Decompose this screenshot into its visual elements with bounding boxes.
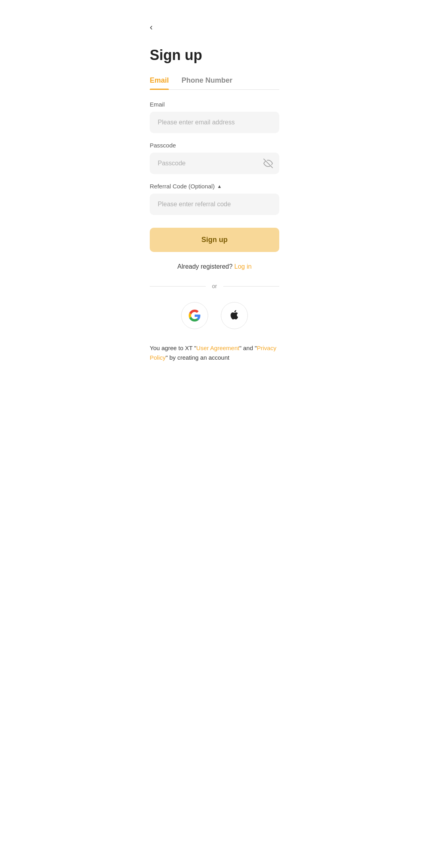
already-registered-text: Already registered? (178, 263, 233, 270)
email-form-group: Email (150, 101, 279, 133)
social-buttons-row (150, 302, 279, 329)
user-agreement-link[interactable]: User Agreement (196, 345, 239, 351)
apple-signin-button[interactable] (221, 302, 248, 329)
already-registered-row: Already registered? Log in (150, 263, 279, 270)
terms-suffix: " by creating an account (166, 354, 229, 361)
tab-phone[interactable]: Phone Number (182, 76, 232, 89)
back-arrow-icon: ‹ (150, 22, 153, 33)
referral-label-row: Referral Code (Optional) ▲ (150, 183, 279, 190)
referral-input[interactable] (150, 194, 279, 215)
referral-form-group: Referral Code (Optional) ▲ (150, 183, 279, 215)
referral-label: Referral Code (Optional) (150, 183, 214, 190)
chevron-up-icon: ▲ (217, 184, 222, 189)
google-signin-button[interactable] (181, 302, 208, 329)
terms-prefix: You agree to XT " (150, 345, 196, 351)
passcode-label: Passcode (150, 142, 279, 149)
apple-icon (229, 309, 240, 322)
divider-line-right (223, 286, 279, 287)
passcode-input-wrapper (150, 153, 279, 174)
passcode-input[interactable] (150, 153, 279, 174)
terms-middle: " and " (239, 345, 257, 351)
email-label: Email (150, 101, 279, 108)
sign-up-button[interactable]: Sign up (150, 228, 279, 252)
login-link[interactable]: Log in (234, 263, 252, 270)
eye-toggle-icon[interactable] (263, 159, 273, 168)
email-input[interactable] (150, 112, 279, 133)
passcode-form-group: Passcode (150, 142, 279, 174)
back-button[interactable]: ‹ (150, 0, 153, 36)
page-title: Sign up (150, 47, 279, 64)
divider-line-left (150, 286, 206, 287)
terms-text: You agree to XT "User Agreement" and "Pr… (150, 343, 279, 375)
divider-text: or (212, 283, 217, 289)
tab-email[interactable]: Email (150, 76, 169, 89)
google-icon (189, 310, 201, 322)
tab-bar: Email Phone Number (150, 76, 279, 90)
divider: or (150, 283, 279, 289)
